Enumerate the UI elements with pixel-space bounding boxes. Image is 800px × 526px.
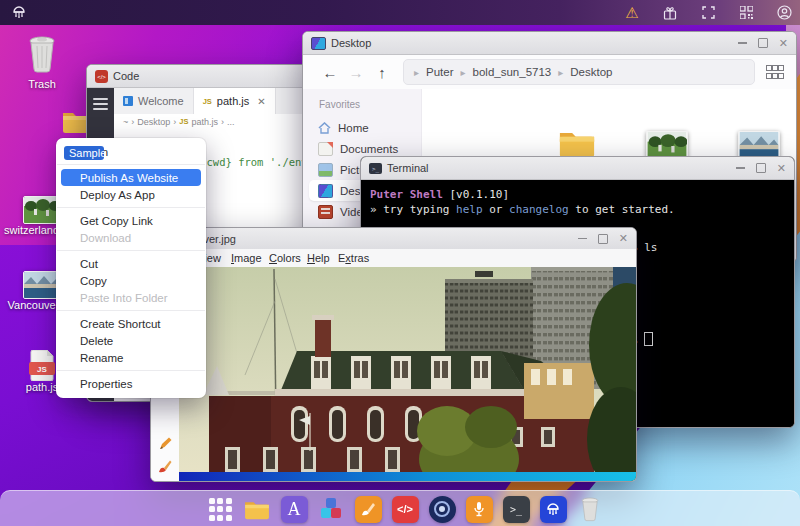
image-viewer-window: Vancouver.jpg ✕ View Image Colors Help E… — [150, 227, 637, 482]
breadcrumb[interactable]: ▸ Puter ▸ bold_sun_5713 ▸ Desktop — [403, 59, 755, 85]
minimize-button[interactable] — [578, 238, 587, 240]
puter-logo-icon — [10, 3, 28, 21]
taskbar-recorder[interactable] — [465, 495, 493, 523]
desktop-icon — [318, 184, 333, 198]
menu-item-copy[interactable]: Copy — [61, 272, 201, 289]
pencil-tool-icon[interactable] — [151, 437, 179, 455]
trash-icon — [25, 34, 59, 74]
code-window-title: Code — [113, 70, 139, 82]
warning-icon[interactable]: ⚠ — [624, 5, 640, 21]
chevron-icon: ▸ — [558, 67, 563, 78]
menu-item-paste-into-folder[interactable]: Paste Into Folder — [61, 289, 201, 306]
file-manager-title: Desktop — [331, 37, 371, 49]
image-viewer-titlebar[interactable]: Vancouver.jpg ✕ — [151, 228, 636, 250]
puter-menu-button[interactable] — [10, 3, 28, 25]
terminal-titlebar[interactable]: >_ Terminal ✕ — [361, 157, 794, 180]
code-app-icon: </> — [95, 70, 108, 83]
js-icon: JS — [179, 117, 188, 126]
trash-icon — [579, 496, 601, 522]
minimize-button[interactable] — [738, 42, 747, 44]
taskbar-text-editor[interactable]: A — [280, 495, 308, 523]
maximize-button[interactable] — [598, 234, 608, 244]
menu-item-deploy-as-app[interactable]: Deploy As App — [61, 186, 201, 203]
taskbar-paint[interactable] — [354, 495, 382, 523]
up-button[interactable]: ↑ — [369, 64, 395, 81]
back-button[interactable]: ← — [317, 64, 343, 81]
js-file-icon: JS — [29, 350, 55, 381]
code-tabbar: Welcome JS path.js ✕ — [114, 88, 311, 115]
close-button[interactable]: ✕ — [779, 38, 788, 49]
qr-code-icon[interactable] — [738, 5, 754, 21]
sidebar-item-home[interactable]: Home — [309, 117, 415, 138]
close-button[interactable]: ✕ — [619, 233, 628, 244]
minimize-button[interactable] — [736, 167, 745, 169]
chevron-icon: ▸ — [461, 67, 466, 78]
paint-icon — [355, 496, 382, 523]
menu-colors[interactable]: Colors — [269, 249, 301, 267]
desktop-app-icon — [311, 37, 326, 50]
taskbar-camera[interactable] — [428, 495, 456, 523]
menu-item-delete[interactable]: Delete — [61, 332, 201, 349]
camera-icon — [429, 496, 456, 523]
menu-item-rename[interactable]: Rename — [61, 349, 201, 366]
app-launcher-icon — [209, 498, 232, 521]
welcome-icon — [123, 96, 133, 106]
ink-tool-icon[interactable] — [151, 481, 179, 482]
file-manager-titlebar[interactable]: Desktop ✕ — [303, 32, 796, 55]
taskbar-app-launcher[interactable] — [206, 495, 234, 523]
menu-separator — [57, 310, 205, 311]
menu-separator — [57, 207, 205, 208]
menu-item-create-shortcut[interactable]: Create Shortcut — [61, 315, 201, 332]
tab-pathjs[interactable]: JS path.js ✕ — [194, 88, 276, 114]
code-breadcrumb: ~› Desktop› JS path.js› ... — [114, 114, 311, 129]
code-titlebar[interactable]: </> Code — [87, 65, 311, 88]
folder-icon — [243, 498, 271, 521]
close-button[interactable]: ✕ — [777, 163, 786, 174]
taskbar: A </> — [0, 490, 800, 526]
desktop-icon-label-sample[interactable]: Sample — [64, 146, 104, 160]
menu-item-cut[interactable]: Cut — [61, 255, 201, 272]
taskbar-files[interactable] — [243, 495, 271, 523]
terminal-shell-line: Puter Shell [v0.1.10] — [370, 187, 785, 202]
account-icon[interactable] — [776, 5, 792, 21]
chevron-icon: ▸ — [414, 67, 419, 78]
menu-item-publish-as-website[interactable]: Publish As Website — [61, 169, 201, 186]
desktop-screen: Trash Sample switzerland.mp4 Vancouver.j… — [0, 0, 800, 526]
menu-extras[interactable]: Extras — [338, 249, 369, 267]
taskbar-code[interactable]: </> — [391, 495, 419, 523]
menu-separator — [57, 370, 205, 371]
taskbar-blocks[interactable] — [317, 495, 345, 523]
favorites-header: Favorites — [319, 99, 421, 110]
menu-help[interactable]: Help — [307, 249, 330, 267]
grid-view-icon[interactable] — [766, 65, 782, 79]
tab-close-icon[interactable]: ✕ — [257, 96, 265, 107]
gift-icon[interactable] — [662, 5, 678, 21]
menu-item-download[interactable]: Download — [61, 229, 201, 246]
menu-item-get-copy-link[interactable]: Get Copy Link — [61, 212, 201, 229]
top-bar: ⚠ — [0, 0, 800, 25]
terminal-title: Terminal — [387, 162, 429, 174]
forward-button[interactable]: → — [343, 64, 369, 81]
text-editor-icon: A — [281, 496, 308, 523]
taskbar-trash[interactable] — [576, 495, 604, 523]
photo-canvas[interactable] — [179, 267, 636, 481]
menu-separator — [57, 164, 205, 165]
documents-icon — [318, 142, 333, 156]
fullscreen-icon[interactable] — [700, 5, 716, 21]
maximize-button[interactable] — [756, 163, 766, 173]
vancouver-photo — [179, 267, 636, 481]
taskbar-puter[interactable] — [539, 495, 567, 523]
file-manager-toolbar: ← → ↑ ▸ Puter ▸ bold_sun_5713 ▸ Desktop — [303, 55, 796, 90]
desktop-icon-label: Trash — [10, 78, 74, 90]
terminal-cursor — [644, 332, 653, 346]
videos-icon — [318, 205, 333, 219]
taskbar-terminal[interactable]: >_ — [502, 495, 530, 523]
desktop-icon-trash[interactable]: Trash — [10, 34, 74, 90]
code-icon: </> — [392, 496, 419, 523]
tab-welcome[interactable]: Welcome — [114, 88, 194, 114]
maximize-button[interactable] — [758, 38, 768, 48]
menu-item-properties[interactable]: Properties — [61, 375, 201, 392]
brush-tool-icon[interactable] — [151, 459, 179, 477]
menu-hamburger-icon[interactable] — [93, 98, 108, 113]
menu-image[interactable]: Image — [231, 249, 262, 267]
